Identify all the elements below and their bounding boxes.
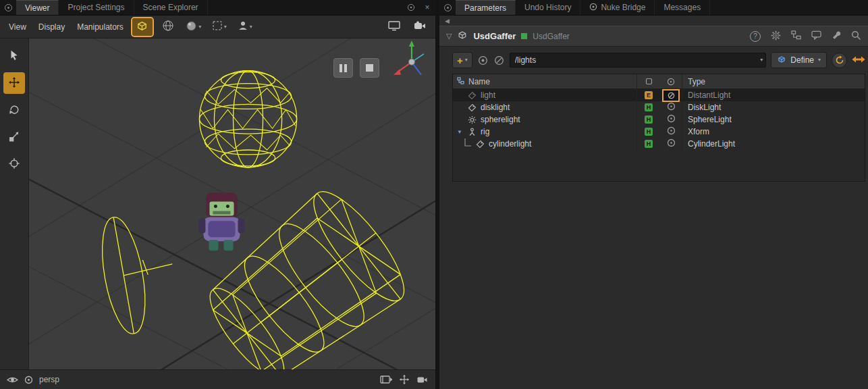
prim-type-label: Xform [688,127,709,136]
sun-icon [468,115,477,124]
xform-icon [468,128,477,136]
camera-select-button[interactable]: ▾ [235,18,255,36]
scroll-left-icon[interactable]: ◀ [445,18,450,24]
edit-state-badge[interactable]: H [645,128,653,136]
mute-toggle[interactable] [662,89,680,102]
pane-menu-icon[interactable] [0,0,16,15]
column-header-state[interactable] [660,74,682,88]
tab-parameters[interactable]: Parameters [456,0,516,15]
menu-display[interactable]: Display [35,22,68,32]
gear-icon[interactable] [771,30,781,43]
prim-name-label: light [481,90,495,100]
selection-mode-button[interactable]: ▾ [209,18,229,36]
select-tool-button[interactable] [3,45,25,67]
node-name-label[interactable]: UsdGaffer [473,31,516,41]
define-dropdown[interactable]: Define ▾ [771,52,827,68]
node-class-label: UsdGaffer [533,32,569,41]
visibility-toggle[interactable] [667,126,676,137]
tab-label: Project Settings [67,3,124,12]
pan-icon[interactable] [399,374,410,385]
column-header-name[interactable]: Name [453,77,636,86]
table-row-disklight[interactable]: disklight H DiskLight [453,101,865,113]
monitor-icon [387,20,401,33]
prim-type-label: DistantLight [688,90,730,100]
add-prim-button[interactable]: + ▾ [452,52,472,68]
pivot-tool-button[interactable] [3,153,25,175]
tab-viewer[interactable]: Viewer [16,0,59,15]
table-header: Name Type [453,74,865,89]
table-row-cylinderlight[interactable]: cylinderlight H CylinderLight [453,138,865,150]
path-dropdown-icon[interactable]: ▾ [760,57,763,63]
translate-tool-button[interactable] [3,72,25,94]
shading-mode-button[interactable]: ▾ [184,18,204,36]
chevron-down-icon: ▾ [224,24,227,30]
light-tag-icon [468,103,477,112]
help-glyph: ? [753,32,757,40]
node-type-icon [457,30,468,43]
marquee-icon [212,20,223,33]
close-pane-icon[interactable]: × [419,0,435,15]
tool-column [0,38,29,369]
visibility-toggle[interactable] [667,114,676,125]
visibility-toggle[interactable] [667,102,676,113]
pane-menu-icon[interactable] [439,0,456,15]
camera-name-label[interactable]: persp [39,375,59,384]
scale-icon [8,130,20,145]
flipbook-icon[interactable] [380,375,393,384]
edit-state-badge[interactable]: H [645,140,653,148]
help-icon[interactable]: ? [750,31,761,42]
expander-icon[interactable]: ▼ [457,129,464,135]
rotate-icon [8,103,20,118]
nuke-icon [589,3,597,13]
cube-icon [136,20,148,34]
visibility-icon[interactable] [7,375,18,384]
lights-display-button[interactable] [132,18,153,36]
edit-state-badge[interactable]: H [645,115,653,124]
light-tag-icon [476,140,485,149]
column-header-type[interactable]: Type [682,74,865,88]
comment-icon[interactable] [811,30,821,42]
node-graph-icon[interactable] [791,30,801,42]
stop-button[interactable] [360,58,379,78]
translate-icon [8,76,20,90]
header-name-label: Name [468,77,490,86]
visibility-toggle[interactable] [667,138,676,149]
pause-icon [344,64,347,72]
collapse-node-icon[interactable]: ▽ [446,32,452,41]
rotate-tool-button[interactable] [3,99,25,121]
tab-undo-history[interactable]: Undo History [516,0,580,15]
search-icon[interactable] [851,30,861,43]
3d-viewport[interactable] [29,38,435,369]
table-row-light[interactable]: light E DistantLight [453,89,865,101]
link-icon[interactable] [477,55,489,66]
prim-path-input[interactable]: ▾ [510,53,767,68]
person-icon [238,20,248,33]
display-output-button[interactable] [384,18,404,36]
define-label: Define [790,55,814,65]
tab-messages[interactable]: Messages [655,0,710,15]
edit-state-badge[interactable]: E [645,91,653,99]
wrench-icon[interactable] [832,30,841,42]
tab-nuke-bridge[interactable]: Nuke Bridge [580,0,655,15]
table-row-rig[interactable]: ▼ rig H Xform [453,126,865,138]
camera-lock-icon[interactable] [416,375,429,384]
table-row-spherelight[interactable]: spherelight H SphereLight [453,113,865,126]
edit-state-badge[interactable]: H [645,103,653,111]
menu-view[interactable]: View [5,22,30,32]
tab-label: Undo History [524,3,571,12]
path-text-field[interactable] [515,55,761,65]
pause-icon [340,64,342,72]
tab-scene-explorer[interactable]: Scene Explorer [134,0,208,15]
column-header-edit[interactable] [636,74,660,88]
render-camera-button[interactable] [410,18,430,36]
revert-button[interactable] [832,53,847,68]
tab-project-settings[interactable]: Project Settings [59,0,134,15]
float-pane-icon[interactable] [403,0,419,15]
menu-manipulators[interactable]: Manipulators [74,22,127,32]
camera-menu-icon[interactable] [24,375,33,384]
target-icon[interactable] [493,55,505,66]
world-button[interactable] [158,18,178,36]
pause-button[interactable] [333,58,353,78]
expand-width-icon[interactable] [852,55,865,66]
scale-tool-button[interactable] [3,126,25,148]
